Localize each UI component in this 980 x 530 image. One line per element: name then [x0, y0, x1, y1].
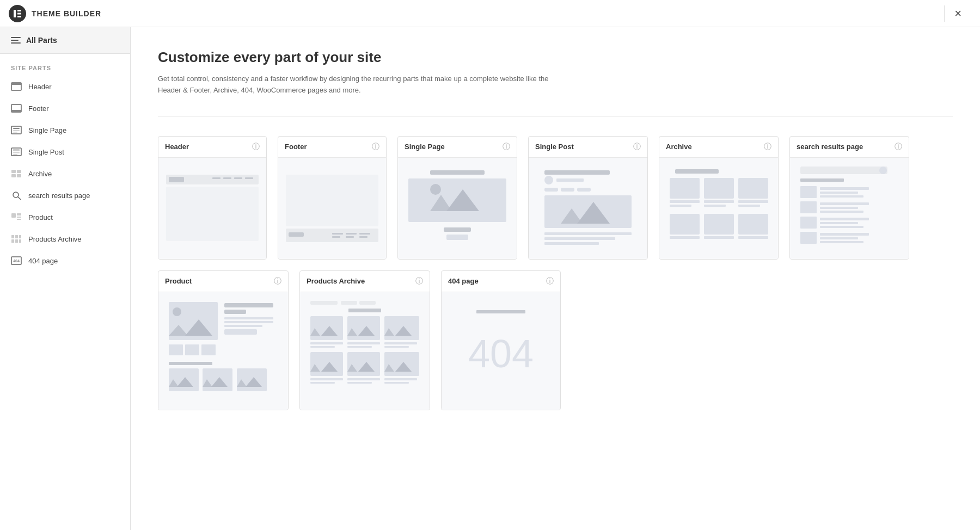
svg-rect-90: [820, 192, 858, 194]
card-single-page[interactable]: Single Page ⓘ: [397, 136, 517, 260]
svg-rect-45: [346, 233, 357, 235]
svg-rect-76: [704, 205, 726, 207]
card-product[interactable]: Product ⓘ: [158, 270, 289, 410]
svg-rect-14: [13, 152, 20, 153]
svg-rect-10: [13, 130, 20, 131]
sidebar-item-label: Products Archive: [28, 235, 82, 243]
info-icon-single-page[interactable]: ⓘ: [503, 142, 510, 152]
svg-rect-67: [544, 237, 615, 240]
info-icon-header[interactable]: ⓘ: [252, 142, 260, 152]
svg-rect-62: [577, 188, 591, 192]
topbar-left: THEME BUILDER: [9, 5, 101, 22]
card-footer[interactable]: Footer ⓘ: [278, 136, 387, 260]
svg-rect-16: [11, 170, 16, 173]
info-icon-search-results[interactable]: ⓘ: [895, 142, 902, 152]
sidebar-item-label: Product: [28, 213, 53, 221]
svg-rect-95: [820, 211, 863, 213]
info-icon-archive[interactable]: ⓘ: [764, 142, 771, 152]
card-title-products-archive: Products Archive: [307, 277, 365, 285]
site-parts-label: SITE PARTS: [0, 54, 130, 76]
close-button[interactable]: ×: [945, 7, 971, 21]
card-404-page[interactable]: 404 page ⓘ 404: [441, 270, 561, 410]
info-icon-footer[interactable]: ⓘ: [372, 142, 379, 152]
info-icon-single-post[interactable]: ⓘ: [633, 142, 641, 152]
card-header-row: 404 page ⓘ: [442, 271, 560, 292]
svg-rect-113: [224, 317, 273, 319]
svg-rect-74: [670, 205, 691, 207]
svg-rect-48: [346, 236, 354, 238]
svg-rect-109: [185, 344, 199, 355]
sidebar-item-product[interactable]: Product: [0, 206, 130, 228]
svg-rect-111: [224, 303, 273, 307]
svg-rect-144: [384, 342, 417, 344]
svg-rect-83: [704, 236, 734, 239]
card-preview-404: 404: [442, 292, 560, 410]
card-title-product: Product: [165, 277, 192, 285]
svg-rect-25: [17, 219, 21, 220]
svg-rect-94: [820, 207, 858, 209]
404-icon: 404: [11, 255, 22, 266]
divider: [158, 116, 953, 116]
svg-rect-11: [13, 132, 17, 133]
card-products-archive[interactable]: Products Archive ⓘ: [299, 270, 430, 410]
sidebar-item-header[interactable]: Header: [0, 76, 130, 97]
card-archive[interactable]: Archive ⓘ: [659, 136, 779, 260]
sidebar-item-label: Archive: [28, 170, 52, 178]
sidebar-item-search-results[interactable]: search results page: [0, 184, 130, 206]
svg-rect-85: [800, 167, 887, 174]
svg-rect-75: [704, 200, 734, 203]
svg-rect-69: [675, 169, 719, 174]
archive-icon: [11, 168, 22, 179]
svg-rect-117: [169, 362, 212, 365]
svg-rect-142: [347, 342, 380, 344]
sidebar-item-label: Header: [28, 83, 52, 91]
svg-rect-115: [224, 325, 262, 327]
footer-icon: [11, 103, 22, 114]
svg-rect-37: [223, 177, 231, 179]
svg-rect-18: [11, 174, 16, 177]
svg-rect-128: [341, 301, 357, 305]
svg-rect-160: [384, 382, 409, 384]
sidebar-item-404[interactable]: 404 404 page: [0, 250, 130, 272]
card-preview-products-archive: [300, 292, 430, 410]
info-icon-product[interactable]: ⓘ: [274, 276, 281, 286]
svg-point-107: [173, 307, 181, 316]
svg-rect-27: [15, 235, 18, 238]
sidebar-item-label: Footer: [28, 104, 49, 113]
info-icon-products-archive[interactable]: ⓘ: [415, 276, 423, 286]
svg-rect-88: [800, 186, 817, 198]
svg-rect-78: [738, 205, 760, 207]
svg-rect-39: [245, 177, 253, 179]
sidebar-item-archive[interactable]: Archive: [0, 163, 130, 184]
svg-rect-72: [738, 178, 768, 199]
cards-grid: Header ⓘ: [158, 136, 953, 410]
svg-rect-61: [561, 188, 574, 192]
svg-rect-1: [17, 10, 21, 11]
card-header-row: Single Page ⓘ: [398, 137, 517, 158]
sidebar-item-single-post[interactable]: Single Post: [0, 141, 130, 163]
sidebar: All Parts SITE PARTS Header Footer Singl…: [0, 27, 131, 530]
card-header[interactable]: Header ⓘ: [158, 136, 267, 260]
svg-rect-156: [310, 382, 335, 384]
sidebar-item-footer[interactable]: Footer: [0, 97, 130, 119]
svg-rect-82: [670, 236, 700, 239]
svg-rect-155: [310, 378, 343, 380]
svg-line-21: [18, 197, 21, 200]
sidebar-item-single-page[interactable]: Single Page: [0, 119, 130, 141]
svg-rect-145: [384, 346, 409, 348]
svg-rect-31: [19, 239, 21, 243]
svg-rect-130: [348, 309, 381, 312]
svg-rect-89: [820, 187, 869, 190]
info-icon-404[interactable]: ⓘ: [546, 276, 554, 286]
card-single-post[interactable]: Single Post ⓘ: [528, 136, 648, 260]
svg-rect-96: [800, 217, 817, 229]
svg-rect-56: [446, 235, 468, 240]
svg-rect-71: [704, 178, 734, 199]
svg-point-54: [430, 184, 441, 195]
sidebar-all-parts[interactable]: All Parts: [0, 27, 130, 54]
card-header-row: Footer ⓘ: [278, 137, 386, 158]
sidebar-item-products-archive[interactable]: Products Archive: [0, 228, 130, 250]
svg-rect-116: [224, 329, 257, 335]
card-search-results[interactable]: search results page ⓘ: [789, 136, 909, 260]
svg-rect-23: [17, 213, 21, 215]
